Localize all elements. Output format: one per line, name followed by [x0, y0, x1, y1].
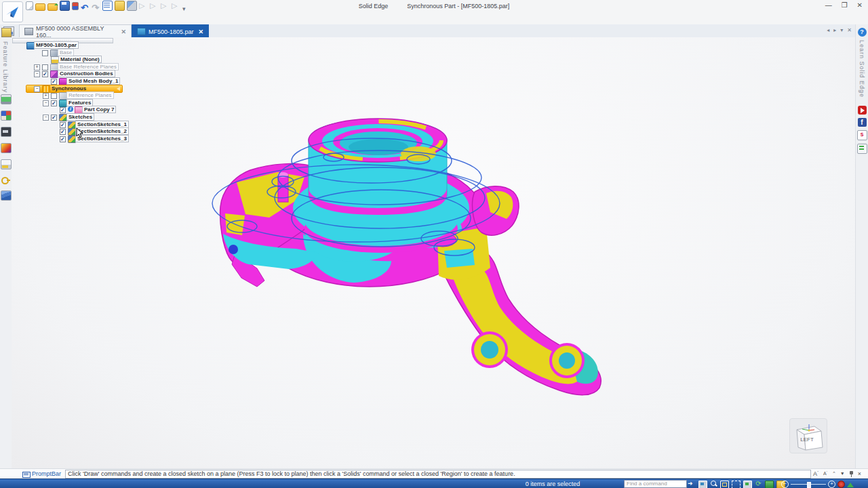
tree-item-label[interactable]: Synchronous: [50, 85, 88, 92]
tree-row[interactable]: +Base Reference Planes: [12, 63, 161, 70]
restore-icon[interactable]: ❐: [842, 1, 848, 9]
tree-row[interactable]: MF500-1805.par: [12, 41, 161, 49]
tree-item-label[interactable]: Solid Mesh Body_1: [66, 77, 120, 85]
tab-control-icon-1[interactable]: ▸: [833, 27, 836, 33]
tree-row[interactable]: −Sketches: [12, 113, 161, 121]
heatmap-icon[interactable]: [1, 143, 12, 153]
tab-close-icon[interactable]: ✕: [121, 28, 126, 35]
import-icon[interactable]: [47, 3, 58, 11]
text-larger-icon[interactable]: A˙: [813, 470, 819, 478]
tree-row[interactable]: −Construction Bodies: [12, 70, 161, 77]
document-tab[interactable]: MF500 0000 ASSEMBLY 160...✕: [19, 24, 132, 38]
sel4-icon[interactable]: ▷: [172, 1, 180, 10]
redo-icon[interactable]: [92, 1, 100, 10]
minimize-icon[interactable]: —: [825, 1, 832, 9]
tab-control-icon-0[interactable]: ◂: [827, 27, 829, 33]
new-icon[interactable]: [26, 1, 33, 10]
selection-status: 0 items are selected: [505, 481, 600, 487]
pathfinder-tab-icon[interactable]: [1, 28, 12, 37]
prompt-bar-controls: A˙ A˙ ⌃ ▼ ×: [813, 470, 861, 478]
learn-help-icon[interactable]: ?: [858, 28, 867, 37]
text-smaller-icon[interactable]: A˙: [823, 470, 828, 478]
command-arrow-icon[interactable]: ➜: [688, 480, 693, 487]
screen-icon[interactable]: [698, 481, 707, 488]
save-icon[interactable]: [60, 1, 70, 11]
tree-row[interactable]: Base: [12, 49, 161, 56]
sel1-icon[interactable]: ▷: [139, 1, 148, 10]
pin-icon[interactable]: [849, 470, 854, 478]
close-icon[interactable]: ✕: [857, 1, 863, 9]
performance-icon[interactable]: [847, 479, 854, 487]
feature-library-tab[interactable]: Feature Library: [2, 41, 9, 93]
animation-icon[interactable]: [1, 127, 12, 137]
flag-icon[interactable]: [72, 2, 79, 10]
newsletter-icon[interactable]: S: [857, 130, 867, 140]
zoom-slider-thumb[interactable]: [807, 482, 811, 488]
tree-item-label[interactable]: Base: [58, 49, 74, 56]
tree-item-label[interactable]: MF500-1805.par: [34, 41, 79, 49]
tab-control-icon-3[interactable]: ✕: [847, 27, 852, 33]
tab-scroll-controls: ◂▸▾✕: [827, 27, 852, 33]
tree-row[interactable]: iPart Copy 7: [12, 106, 161, 113]
tree-row[interactable]: SectionSketches_2: [12, 127, 161, 135]
tree-item-label[interactable]: Construction Bodies: [58, 70, 115, 77]
style-icon[interactable]: [765, 481, 774, 488]
tree-item-label[interactable]: Features: [66, 99, 93, 106]
collapse-icon[interactable]: ⌃: [832, 470, 836, 478]
tree-item-label[interactable]: Sketches: [66, 113, 94, 121]
tree-item-label[interactable]: Part Copy 7: [82, 106, 116, 113]
dock-icon[interactable]: ▼: [840, 470, 845, 478]
more-icon[interactable]: [182, 1, 191, 10]
view-cube[interactable]: LEFT: [789, 418, 827, 453]
zoom-out-icon[interactable]: −: [781, 481, 789, 488]
tree-item-label[interactable]: Base Reference Planes: [58, 63, 119, 70]
display-icon[interactable]: [1, 110, 12, 121]
paint-icon[interactable]: [127, 1, 137, 11]
prompt-message: Click 'Draw' commands and create a close…: [65, 470, 811, 479]
tree-row[interactable]: +Reference Planes: [12, 92, 161, 99]
application-menu-button[interactable]: [2, 1, 23, 22]
sel2-icon[interactable]: ▷: [150, 1, 159, 10]
zoom-icon[interactable]: [710, 481, 717, 487]
record-icon[interactable]: [837, 481, 845, 488]
tree-item-label[interactable]: Material (None): [58, 56, 102, 63]
zoom-in-icon[interactable]: +: [828, 481, 835, 488]
facebook-icon[interactable]: f: [858, 118, 867, 127]
tree-row[interactable]: SectionSketches_1: [12, 121, 161, 128]
tree-row[interactable]: −Synchronous: [12, 85, 161, 92]
title-bar: ▷▷▷▷ Solid EdgeSynchronous Part - [MF500…: [0, 0, 868, 12]
document-tab-label: MF500 0000 ASSEMBLY 160...: [36, 25, 116, 39]
tree-row[interactable]: −Features: [12, 99, 161, 106]
rotate-icon[interactable]: ⟳: [755, 481, 762, 487]
sheet-icon[interactable]: [102, 1, 113, 11]
visibility-checkbox[interactable]: [60, 136, 66, 142]
prompt-bar-icon: [22, 472, 31, 478]
tree-item-label[interactable]: SectionSketches_1: [75, 121, 129, 128]
document-tab[interactable]: MF500-1805.par✕: [132, 24, 209, 38]
fit-icon[interactable]: [732, 481, 741, 488]
sel3-icon[interactable]: ▷: [161, 1, 170, 10]
tree-row[interactable]: SectionSketches_3: [12, 135, 161, 142]
tree-item-label[interactable]: Reference Planes: [66, 92, 114, 99]
tree-row[interactable]: Material (None): [12, 56, 161, 63]
prompt-bar: PromptBar Click 'Draw' commands and crea…: [0, 468, 868, 479]
document-tabs: MF500 0000 ASSEMBLY 160...✕MF500-1805.pa…: [19, 24, 209, 37]
feedback-icon[interactable]: [857, 144, 867, 154]
style-icon[interactable]: [115, 1, 125, 11]
prompt-close-icon[interactable]: ×: [858, 470, 861, 478]
youtube-icon[interactable]: [858, 106, 867, 115]
open-icon[interactable]: [35, 3, 45, 11]
key-icon[interactable]: [1, 176, 10, 184]
window-icon[interactable]: [1, 159, 12, 169]
zoomarea-icon[interactable]: [720, 481, 729, 488]
tab-control-icon-2[interactable]: ▾: [840, 27, 843, 33]
capture-icon[interactable]: [1, 94, 12, 104]
find-command-input[interactable]: Find a command: [624, 480, 687, 488]
tree-row[interactable]: Solid Mesh Body_1: [12, 77, 161, 85]
zoom-slider[interactable]: [791, 484, 826, 485]
pan-icon[interactable]: [743, 481, 752, 488]
undo-icon[interactable]: [81, 1, 90, 10]
tab-close-icon[interactable]: ✕: [199, 28, 204, 35]
learn-solid-edge-tab[interactable]: Learn Solid Edge: [859, 40, 865, 98]
layers-icon[interactable]: [1, 190, 12, 201]
